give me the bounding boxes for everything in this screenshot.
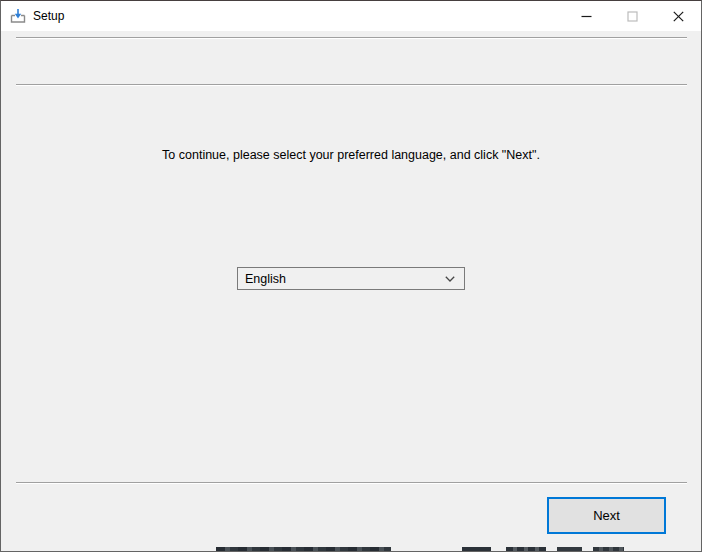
maximize-icon bbox=[627, 11, 638, 22]
minimize-icon bbox=[581, 11, 592, 22]
background-window-artifact-segment bbox=[593, 547, 624, 551]
maximize-button[interactable] bbox=[609, 1, 655, 31]
close-icon bbox=[673, 11, 684, 22]
close-button[interactable] bbox=[655, 1, 701, 31]
chevron-down-icon bbox=[445, 276, 455, 282]
background-window-artifact-segment bbox=[506, 547, 546, 551]
separator-top bbox=[16, 37, 687, 39]
window-title: Setup bbox=[33, 9, 64, 23]
install-download-tray-icon bbox=[9, 8, 27, 25]
background-window-artifact bbox=[1, 547, 701, 551]
background-window-artifact-segment bbox=[462, 547, 491, 551]
next-button[interactable]: Next bbox=[547, 497, 666, 534]
background-window-artifact-segment bbox=[557, 547, 582, 551]
window-controls bbox=[563, 1, 701, 31]
titlebar: Setup bbox=[1, 1, 701, 31]
language-dropdown[interactable]: English bbox=[237, 267, 465, 290]
setup-window: Setup To continue, please se bbox=[0, 0, 702, 552]
instruction-text: To continue, please select your preferre… bbox=[1, 148, 701, 162]
language-dropdown-value: English bbox=[245, 272, 286, 286]
minimize-button[interactable] bbox=[563, 1, 609, 31]
separator-header bbox=[16, 84, 687, 86]
separator-footer bbox=[16, 482, 687, 484]
background-window-artifact-segment bbox=[216, 547, 391, 551]
